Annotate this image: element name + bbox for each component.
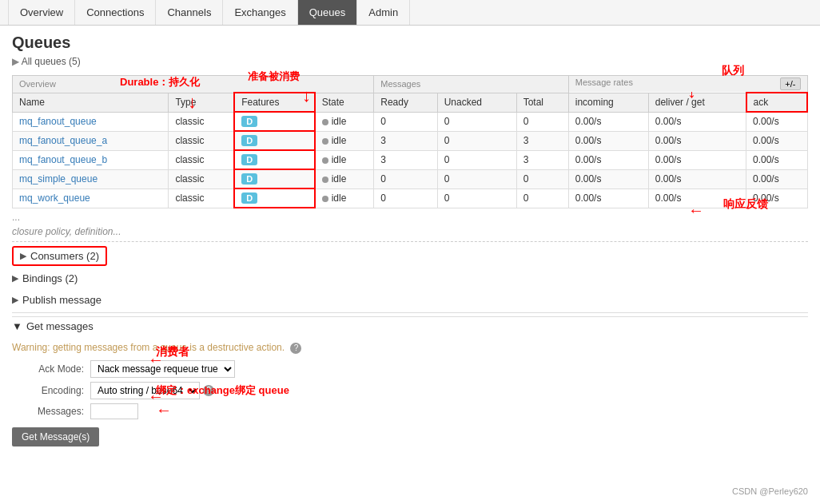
- encoding-help-icon[interactable]: ?: [203, 385, 214, 396]
- cell-features: D: [234, 131, 314, 150]
- help-icon[interactable]: ?: [290, 343, 301, 354]
- cell-unacked: 0: [437, 169, 516, 189]
- consumers-section: ▶ Consumers (2): [12, 246, 808, 266]
- cell-features: D: [234, 112, 314, 131]
- th-name: Name: [13, 93, 169, 112]
- publish-label: Publish message: [22, 294, 102, 306]
- cell-deliver-get: 0.00/s: [648, 131, 746, 150]
- cell-unacked: 0: [437, 131, 516, 150]
- cell-total: 0: [516, 169, 568, 189]
- cell-type: classic: [169, 131, 234, 150]
- cell-features: D: [234, 150, 314, 169]
- nav-channels[interactable]: Channels: [156, 0, 223, 25]
- publish-header[interactable]: ▶ Publish message: [12, 291, 808, 309]
- consumers-arrow: ▶: [20, 251, 26, 261]
- queue-name-link[interactable]: mq_fanout_queue_a: [19, 135, 107, 146]
- cell-name[interactable]: mq_simple_queue: [13, 169, 169, 189]
- get-messages-button[interactable]: Get Message(s): [12, 427, 99, 446]
- features-badge[interactable]: D: [241, 116, 257, 127]
- cell-state: idle: [315, 169, 374, 189]
- th-rates-group: Message rates: [575, 77, 633, 87]
- cell-ack: 0.00/s: [746, 189, 808, 208]
- cell-unacked: 0: [437, 150, 516, 169]
- nav-queues[interactable]: Queues: [298, 0, 358, 25]
- cell-name[interactable]: mq_fanout_queue_a: [13, 131, 169, 150]
- nav-admin[interactable]: Admin: [357, 0, 410, 25]
- cell-type: classic: [169, 150, 234, 169]
- cell-ready: 0: [374, 189, 437, 208]
- cell-unacked: 0: [437, 112, 516, 131]
- cell-incoming: 0.00/s: [568, 112, 648, 131]
- bindings-header[interactable]: ▶ Bindings (2): [12, 269, 808, 288]
- warning-text: Warning: getting messages from a queue i…: [12, 342, 808, 354]
- cell-total: 3: [516, 150, 568, 169]
- cell-name[interactable]: mq_fanout_queue_b: [13, 150, 169, 169]
- table-row: mq_work_queue classic D idle 0 0 0 0.00/…: [13, 189, 808, 208]
- table-row: mq_fanout_queue_a classic D idle 3 0 3 0…: [13, 131, 808, 150]
- cell-ready: 0: [374, 112, 437, 131]
- features-badge[interactable]: D: [241, 192, 257, 204]
- nav-connections[interactable]: Connections: [75, 0, 156, 25]
- ack-mode-row: Ack Mode: Nack message requeue true Ack …: [12, 360, 808, 378]
- get-messages-section: ▼ Get messages ← Warning: getting messag…: [12, 312, 808, 453]
- encoding-label: Encoding:: [12, 385, 84, 396]
- th-deliver-get: deliver / get: [648, 93, 746, 112]
- cell-name[interactable]: mq_work_queue: [13, 189, 169, 208]
- cell-ready: 0: [374, 169, 437, 189]
- th-state: State: [315, 93, 374, 112]
- plus-minus-button[interactable]: +/-: [780, 77, 800, 90]
- consumers-label: Consumers (2): [30, 250, 99, 262]
- messages-label: Messages:: [12, 406, 84, 417]
- cell-incoming: 0.00/s: [568, 169, 648, 189]
- ellipsis: ...: [12, 208, 808, 226]
- cell-state: idle: [315, 189, 374, 208]
- cell-ack: 0.00/s: [746, 131, 808, 150]
- queue-name-link[interactable]: mq_fanout_queue_b: [19, 154, 107, 165]
- encoding-row: Encoding: Auto string / base64 base64 ?: [12, 382, 808, 399]
- ack-mode-select[interactable]: Nack message requeue true Ack message re…: [90, 360, 235, 378]
- cell-state: idle: [315, 150, 374, 169]
- cell-total: 3: [516, 131, 568, 150]
- cell-features: D: [234, 169, 314, 189]
- cell-ready: 3: [374, 131, 437, 150]
- th-features: Features: [234, 93, 314, 112]
- cell-type: classic: [169, 112, 234, 131]
- th-unacked: Unacked: [437, 93, 516, 112]
- cell-incoming: 0.00/s: [568, 131, 648, 150]
- top-navigation: Overview Connections Channels Exchanges …: [0, 0, 820, 26]
- features-badge[interactable]: D: [241, 173, 257, 185]
- partial-section: closure policy, definition...: [12, 226, 808, 242]
- th-total: Total: [516, 93, 568, 112]
- messages-row: Messages: 1: [12, 403, 808, 419]
- queue-table-wrapper: Overview Messages Message rates +/- Name…: [12, 75, 808, 208]
- cell-incoming: 0.00/s: [568, 150, 648, 169]
- cell-ack: 0.00/s: [746, 150, 808, 169]
- features-badge[interactable]: D: [241, 154, 257, 165]
- nav-overview[interactable]: Overview: [8, 0, 75, 25]
- cell-features: D: [234, 189, 314, 208]
- queue-name-link[interactable]: mq_fanout_queue: [19, 116, 97, 127]
- cell-deliver-get: 0.00/s: [648, 112, 746, 131]
- cell-name[interactable]: mq_fanout_queue: [13, 112, 169, 131]
- cell-state: idle: [315, 112, 374, 131]
- th-incoming: incoming: [568, 93, 648, 112]
- th-type: Type: [169, 93, 234, 112]
- table-row: mq_fanout_queue_b classic D idle 3 0 3 0…: [13, 150, 808, 169]
- consumers-header[interactable]: ▶ Consumers (2): [12, 246, 107, 266]
- cell-ack: 0.00/s: [746, 112, 808, 131]
- queue-name-link[interactable]: mq_work_queue: [19, 192, 90, 204]
- cell-deliver-get: 0.00/s: [648, 169, 746, 189]
- get-messages-arrow: ▼: [12, 320, 22, 332]
- queue-name-link[interactable]: mq_simple_queue: [19, 173, 98, 185]
- cell-unacked: 0: [437, 189, 516, 208]
- cell-state: idle: [315, 131, 374, 150]
- get-messages-header[interactable]: ▼ Get messages: [12, 316, 808, 335]
- bindings-section: ▶ Bindings (2): [12, 269, 808, 288]
- messages-input[interactable]: 1: [90, 403, 138, 419]
- features-badge[interactable]: D: [241, 135, 257, 146]
- cell-total: 0: [516, 112, 568, 131]
- table-row: mq_fanout_queue classic D idle 0 0 0 0.0…: [13, 112, 808, 131]
- all-queues-link[interactable]: All queues (5): [12, 56, 808, 67]
- nav-exchanges[interactable]: Exchanges: [223, 0, 297, 25]
- encoding-select[interactable]: Auto string / base64 base64: [90, 382, 200, 399]
